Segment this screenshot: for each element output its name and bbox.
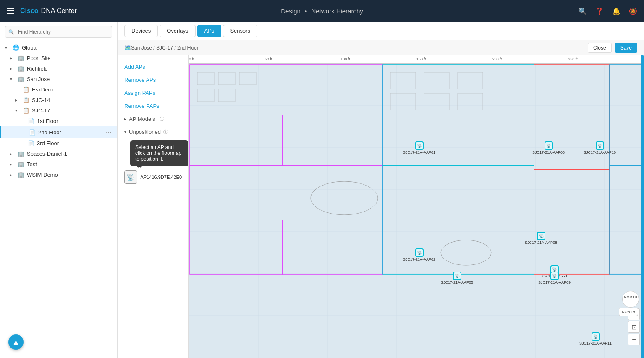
tree-label: 2nd Floor [38,129,61,136]
tree-label: SJC-17 [32,107,50,114]
tree-container: ▾🌐Global▸🏢Poon Site▸🏢Richfield▾🏢San Jose… [0,42,117,180]
tree-icon: 🏢 [18,172,24,178]
assign-paps-link[interactable]: Assign PAPs [118,86,188,99]
page-title: Design • Network Hierarchy [281,8,363,15]
search-icon[interactable]: 🔍 [579,7,587,15]
sidebar-item-1st-floor[interactable]: 📄1st Floor [0,116,117,126]
ap-pin-ap2[interactable]: 📡SJC17-21A-AAP06 [532,141,565,154]
tree-arrow: ▸ [10,66,15,71]
hamburger-menu[interactable] [7,8,14,14]
sidebar-item-wsim-demo[interactable]: ▸🏢WSIM Demo [0,170,117,180]
ap-pin-ap5[interactable]: 📡SJC17-21A-AAP08 [525,232,557,245]
tree-label: Global [22,44,38,51]
sidebar-item-2nd-floor[interactable]: 📄2nd Floor··· [0,126,117,138]
remove-paps-link[interactable]: Remove PAPs [118,99,188,112]
scroll-indicator[interactable] [641,55,644,358]
ap-pin-label: SJC17-21A-AAP02 [403,257,435,261]
ruler-label: 250 ft [568,57,578,61]
ap-models-section[interactable]: ▸ AP Models ⓘ [118,112,188,125]
floor-plan-svg [189,64,644,358]
tree-label: 3rd Floor [37,140,59,146]
tree-label: SJC-14 [32,97,50,103]
ruler-label: 100 ft [340,57,350,61]
ap-models-label: AP Models [129,116,155,122]
sidebar-item-richfield[interactable]: ▸🏢Richfield [0,63,117,74]
notification-icon[interactable]: 🔔 [612,7,620,15]
content-area: Devices Overlays APs Sensors 🗺️ San Jose… [118,22,644,358]
tooltip-wrapper: Select an AP and click on the floormap t… [130,140,188,166]
tree-label: San Jose [27,76,50,82]
ap-pin-ap13[interactable]: 📡SJC17-21A-AAP05 [441,272,473,285]
ap-icon: 📡 [124,170,137,184]
brand-cisco: Cisco [20,7,39,15]
floor-header-actions: Close Save [588,43,637,53]
tab-overlays[interactable]: Overlays [160,25,195,37]
sidebar-item-esxdemo[interactable]: 📋EsxDemo [0,84,117,95]
left-panel: Add APs Remove APs Assign PAPs Remove PA… [118,55,189,358]
tree-icon: 🏢 [18,55,24,61]
ruler: 0 ft50 ft100 ft150 ft200 ft250 ft300 ft [189,55,644,64]
zoom-fit-button[interactable]: ⊡ [628,321,640,333]
add-aps-link[interactable]: Add APs [118,60,188,73]
ap-pin-ap3[interactable]: 📡SJC17-21A-AAP10 [584,141,616,154]
tree-arrow: ▾ [5,45,10,50]
tab-aps[interactable]: APs [197,25,222,37]
sidebar-item-test[interactable]: ▸🏢Test [0,159,117,170]
sidebar-search [0,22,117,42]
sidebar-item-sjc-17[interactable]: ▾📋SJC-17 [0,105,117,116]
ap-pin-label: SJC17-21A-AAP09 [538,280,571,285]
ap-pin-label: SJC17-21A-AAP01 [403,150,435,154]
tree-icon: 🌐 [13,44,19,51]
ap-pin-ap1[interactable]: 📡SJC17-21A-AAP01 [403,141,435,154]
ap-name: AP1416.9D7E.42E0 [141,175,182,180]
fab-button[interactable]: ▲ [8,334,24,350]
ap-list-item[interactable]: 📡 AP1416.9D7E.42E0 [118,166,188,188]
save-button[interactable]: Save [615,43,637,53]
tooltip: Select an AP and click on the floormap t… [130,140,188,166]
ap-pin-icon: 📡 [545,141,553,150]
ap-pin-ap4[interactable]: 📡SJC17-21A-AAP02 [403,248,435,261]
help-icon[interactable]: ❓ [595,7,604,15]
unpositioned-section[interactable]: ▾ Unpositioned ⓘ [118,125,188,138]
ap-pin-ap15[interactable]: 📡SJC17-21A-AAP11 [579,332,612,345]
tab-devices[interactable]: Devices [124,25,158,37]
sidebar: ▾🌐Global▸🏢Poon Site▸🏢Richfield▾🏢San Jose… [0,22,118,358]
tree-icon: 🏢 [18,161,24,167]
ap-pin-label: SJC17-21A-AAP06 [532,150,565,154]
sidebar-item-sjc-14[interactable]: ▸📋SJC-14 [0,95,117,105]
sidebar-item-san-jose[interactable]: ▾🏢San Jose [0,74,117,84]
ap-models-arrow: ▸ [124,117,126,121]
unpositioned-arrow: ▾ [124,130,126,134]
sidebar-item-global[interactable]: ▾🌐Global [0,42,117,53]
tree-arrow: ▾ [10,77,15,81]
sidebar-item-3rd-floor[interactable]: 📄3rd Floor [0,138,117,149]
tree-label: Poon Site [27,55,50,61]
tree-icon: 📋 [23,97,29,103]
remove-aps-link[interactable]: Remove APs [118,73,188,86]
tree-icon: 📄 [29,129,36,136]
tree-label: EsxDemo [32,86,55,93]
floor-map[interactable]: 0 ft50 ft100 ft150 ft200 ft250 ft300 ft [189,55,644,358]
tree-dots-menu[interactable]: ··· [105,128,112,136]
ap-pin-label: SJC17-21A-AAP05 [441,280,473,285]
search-input[interactable] [5,26,112,38]
bell-icon[interactable]: 🔕 [629,7,637,15]
tree-arrow: ▸ [15,98,20,102]
zoom-out-button[interactable]: − [628,334,640,345]
tree-icon: 📄 [28,118,34,124]
tree-icon: 📋 [23,86,29,93]
tab-sensors[interactable]: Sensors [223,25,257,37]
sidebar-item-spaces-daniel-1[interactable]: ▸🏢Spaces-Daniel-1 [0,149,117,159]
ap-pin-icon: 📡 [596,141,604,150]
unpositioned-info-icon: ⓘ [163,129,168,135]
tree-icon: 📄 [28,140,34,146]
tab-bar: Devices Overlays APs Sensors [118,22,644,40]
tree-arrow: ▸ [10,56,15,60]
tree-label: Test [27,161,37,167]
ap-pin-icon: 📡 [415,141,424,150]
ap-pin-ap9[interactable]: 📡SJC17-21A-AAP09 [538,272,571,285]
sidebar-item-poon-site[interactable]: ▸🏢Poon Site [0,53,117,63]
ap-models-info-icon: ⓘ [160,116,164,122]
close-button[interactable]: Close [588,43,612,53]
tree-icon: 🏢 [18,76,24,82]
